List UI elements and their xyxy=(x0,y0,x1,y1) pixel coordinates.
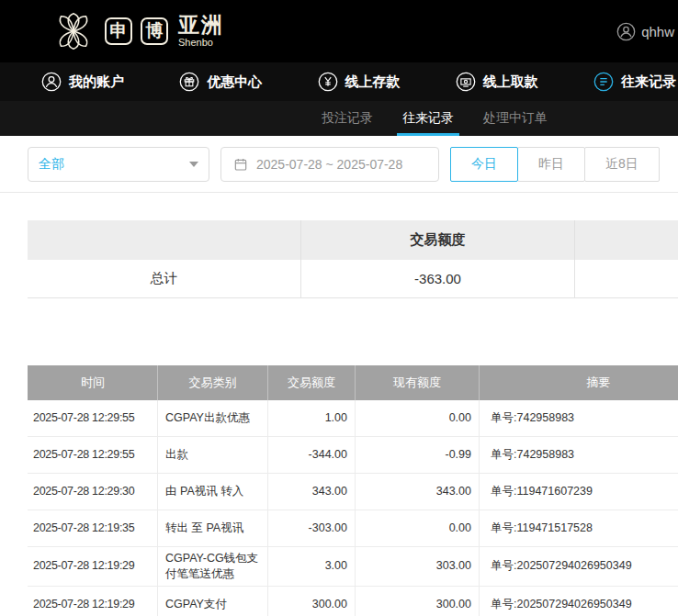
summary-total-row: 总计 -363.00 xyxy=(28,260,678,298)
cell-type: 由 PA视讯 转入 xyxy=(158,474,268,510)
logo-region-text: 亚洲 xyxy=(178,15,224,36)
nav-item-my-account[interactable]: 我的账户 xyxy=(41,72,124,92)
nav-label: 我的账户 xyxy=(69,73,124,91)
cell-amount: 300.00 xyxy=(268,587,356,616)
cell-amount: 3.00 xyxy=(268,547,356,586)
col-header-type: 交易类别 xyxy=(158,365,268,400)
records-header-row: 时间 交易类别 交易额度 现有额度 摘要 xyxy=(28,365,678,400)
cell-balance: 0.00 xyxy=(356,400,480,436)
table-row: 2025-07-28 12:29:55 CGPAY出款优惠 1.00 0.00 … xyxy=(28,400,678,437)
nav-item-transaction-records[interactable]: 往来记录 xyxy=(593,72,676,92)
table-row: 2025-07-28 12:19:35 转出 至 PA视讯 -303.00 0.… xyxy=(28,510,678,547)
nav-item-deposit[interactable]: 线上存款 xyxy=(318,72,401,92)
summary-header-empty xyxy=(575,220,678,260)
cell-summary: 单号:742958983 xyxy=(480,400,678,436)
summary-header-amount: 交易额度 xyxy=(301,220,575,260)
main-nav: 我的账户 优惠中心 线上存款 xyxy=(0,62,678,101)
nav-label: 线上取款 xyxy=(483,73,538,91)
cell-balance: 343.00 xyxy=(356,474,480,510)
logo-subtitle: Shenbo xyxy=(178,38,224,48)
last-8-days-button[interactable]: 近8日 xyxy=(584,147,660,182)
table-row: 2025-07-28 12:29:55 出款 -344.00 -0.99 单号:… xyxy=(28,437,678,474)
cell-summary: 单号:119471517528 xyxy=(480,510,678,546)
col-header-balance: 现有额度 xyxy=(356,365,480,400)
cell-time: 2025-07-28 12:19:35 xyxy=(28,510,158,546)
withdraw-icon xyxy=(456,72,476,92)
cell-summary: 单号:119471607239 xyxy=(480,474,678,510)
yesterday-button[interactable]: 昨日 xyxy=(517,147,585,182)
cell-balance: 303.00 xyxy=(356,547,480,586)
table-row: 2025-07-28 12:19:29 CGPAY支付 300.00 300.0… xyxy=(28,587,678,616)
selected-type: 全部 xyxy=(39,156,64,173)
table-row: 2025-07-28 12:29:30 由 PA视讯 转入 343.00 343… xyxy=(28,474,678,510)
summary-header-row: 交易额度 xyxy=(28,220,678,260)
cell-time: 2025-07-28 12:29:55 xyxy=(28,400,158,436)
summary-table: 交易额度 总计 -363.00 xyxy=(28,220,678,298)
cell-summary: 单号:202507294026950349 xyxy=(480,547,678,586)
nav-item-promotions[interactable]: 优惠中心 xyxy=(179,72,262,92)
nav-item-withdraw[interactable]: 线上取款 xyxy=(456,72,538,92)
cell-type: 转出 至 PA视讯 xyxy=(158,510,268,546)
tab-transaction-records[interactable]: 往来记录 xyxy=(402,101,454,136)
summary-header-empty xyxy=(28,220,301,260)
tab-betting-records[interactable]: 投注记录 xyxy=(322,101,373,136)
today-button[interactable]: 今日 xyxy=(450,147,518,182)
avatar-icon xyxy=(616,22,636,41)
logo-char-bo: 博 xyxy=(141,17,168,45)
cell-time: 2025-07-28 12:29:30 xyxy=(28,474,158,510)
cell-type: CGPAY支付 xyxy=(158,587,268,616)
date-range-value: 2025-07-28 ~ 2025-07-28 xyxy=(256,157,402,172)
records-icon xyxy=(593,72,614,92)
caret-down-icon xyxy=(189,162,198,167)
cell-summary: 单号:742958983 xyxy=(480,437,678,473)
summary-total-value: -363.00 xyxy=(301,260,575,297)
cell-summary: 单号:202507294026950349 xyxy=(480,587,678,616)
logo-char-shen: 申 xyxy=(105,17,132,45)
sub-nav: 投注记录 往来记录 处理中订单 xyxy=(0,101,678,136)
quick-range-group: 今日 昨日 近8日 xyxy=(450,147,660,182)
cell-type: CGPAY出款优惠 xyxy=(158,400,268,436)
filter-bar: 全部 2025-07-28 ~ 2025-07-28 今日 昨日 近8日 xyxy=(0,136,678,193)
transaction-type-select[interactable]: 全部 xyxy=(28,147,209,182)
date-range-picker[interactable]: 2025-07-28 ~ 2025-07-28 xyxy=(220,147,439,182)
deposit-icon xyxy=(318,72,338,92)
page: 申 博 亚洲 Shenbo qhhw xyxy=(0,0,678,616)
table-row: 2025-07-28 12:19:29 CGPAY-CG钱包支付笔笔送优惠 3.… xyxy=(28,547,678,587)
nav-label: 往来记录 xyxy=(621,73,676,91)
cell-amount: 343.00 xyxy=(268,474,356,510)
calendar-icon xyxy=(233,157,248,172)
cell-amount: -303.00 xyxy=(268,510,356,546)
user-account[interactable]: qhhw xyxy=(616,22,674,41)
logo-region: 亚洲 Shenbo xyxy=(178,15,224,48)
nav-label: 线上存款 xyxy=(345,73,401,91)
col-header-amount: 交易额度 xyxy=(268,365,356,400)
cell-time: 2025-07-28 12:19:29 xyxy=(28,587,158,616)
gift-icon xyxy=(179,72,199,92)
cell-amount: -344.00 xyxy=(268,437,356,473)
cell-type: 出款 xyxy=(158,437,268,473)
cell-time: 2025-07-28 12:29:55 xyxy=(28,437,158,473)
nav-label: 优惠中心 xyxy=(207,73,262,91)
brand-logo[interactable]: 申 博 亚洲 Shenbo xyxy=(51,10,224,52)
cell-balance: -0.99 xyxy=(356,437,480,473)
col-header-time: 时间 xyxy=(28,365,158,400)
username: qhhw xyxy=(641,24,674,39)
cell-balance: 0.00 xyxy=(356,510,480,546)
cell-type: CGPAY-CG钱包支付笔笔送优惠 xyxy=(158,547,268,586)
summary-total-label: 总计 xyxy=(28,260,301,297)
cell-balance: 300.00 xyxy=(356,587,480,616)
records-table: 时间 交易类别 交易额度 现有额度 摘要 2025-07-28 12:29:55… xyxy=(28,365,678,616)
col-header-summary: 摘要 xyxy=(480,365,678,400)
tab-processing-orders[interactable]: 处理中订单 xyxy=(483,101,548,136)
flower-logo-icon xyxy=(51,10,96,52)
summary-empty-cell xyxy=(575,260,678,297)
user-icon xyxy=(41,72,62,92)
cell-time: 2025-07-28 12:19:29 xyxy=(28,547,158,586)
top-header: 申 博 亚洲 Shenbo qhhw xyxy=(0,0,678,62)
cell-amount: 1.00 xyxy=(268,400,356,436)
